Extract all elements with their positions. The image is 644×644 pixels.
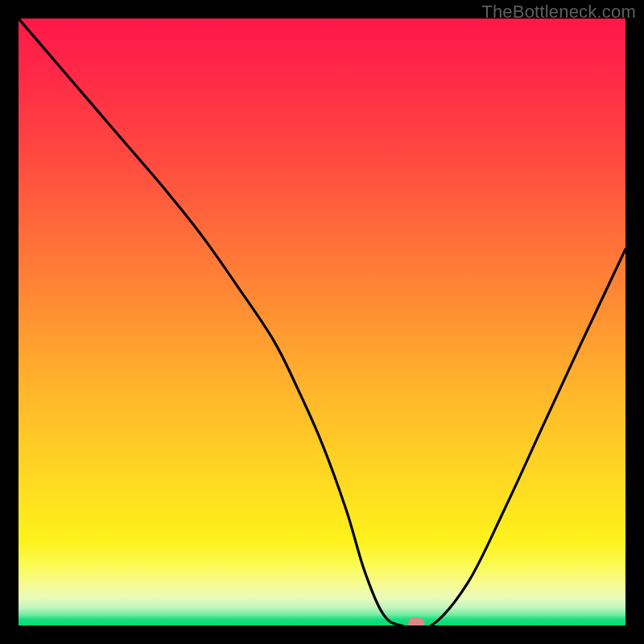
optimal-marker [408,617,424,625]
plot-area [19,19,625,625]
watermark-text: TheBottleneck.com [481,2,636,23]
bottleneck-curve [19,19,625,625]
chart-frame: TheBottleneck.com [0,0,644,644]
